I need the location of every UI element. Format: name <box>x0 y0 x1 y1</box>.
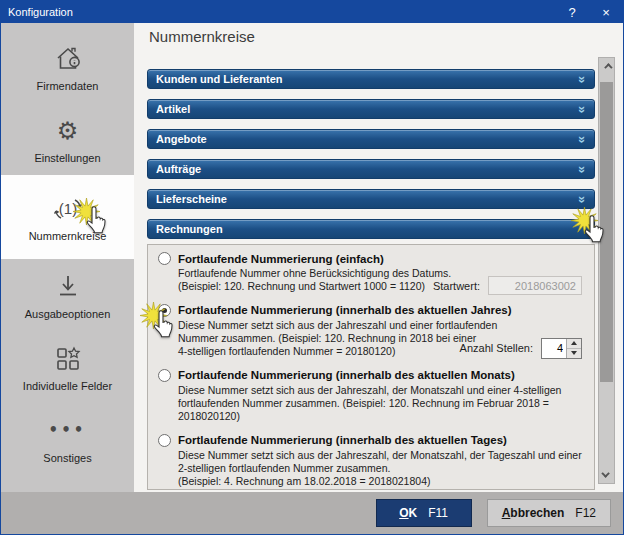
chevron-down-icon <box>601 469 609 477</box>
page-title: Nummernkreise <box>149 28 255 45</box>
scroll-up-button[interactable] <box>599 58 614 74</box>
scroll-down-button[interactable] <box>599 467 614 483</box>
sidebar: Firmendaten ⚙ Einstellungen (1) Nummernk… <box>1 23 134 492</box>
download-icon <box>55 271 81 303</box>
sidebar-item-firmendaten[interactable]: Firmendaten <box>1 31 134 103</box>
scrollbar-thumb[interactable] <box>600 82 613 382</box>
sidebar-item-einstellungen[interactable]: ⚙ Einstellungen <box>1 103 134 175</box>
sidebar-item-label: Einstellungen <box>34 152 100 164</box>
title-bar[interactable]: Konfiguration ? × <box>1 1 623 23</box>
radio-jahr[interactable] <box>158 304 171 317</box>
option-title: Fortlaufende Nummerierung (innerhalb des… <box>178 369 515 381</box>
section-bar-rechnungen[interactable]: Rechnungen <box>147 219 595 239</box>
anzahl-stellen-input[interactable] <box>542 339 566 358</box>
arrow-down-icon <box>571 351 577 355</box>
radio-tag[interactable] <box>158 434 171 447</box>
home-info-icon <box>53 43 83 75</box>
sidebar-item-individuelle-felder[interactable]: Individuelle Felder <box>1 331 134 403</box>
section-label: Artikel <box>156 103 190 115</box>
stepper-up-button[interactable] <box>567 339 581 349</box>
radio-einfach[interactable] <box>158 252 171 265</box>
option-description: Diese Nummer setzt sich aus der Jahresza… <box>178 449 594 489</box>
radio-monat[interactable] <box>158 369 171 382</box>
option-title: Fortlaufende Nummerierung (innerhalb des… <box>178 304 512 316</box>
anzahl-stellen-label: Anzahl Stellen: <box>460 342 533 354</box>
option-title: Fortlaufende Nummerierung (einfach) <box>178 253 384 265</box>
arrow-up-icon <box>571 341 577 345</box>
cancel-button[interactable]: Abbrechen F12 <box>487 499 611 527</box>
help-button[interactable]: ? <box>555 1 589 23</box>
konfiguration-dialog: Konfiguration ? × Firmendaten ⚙ Einstell… <box>0 0 624 535</box>
sidebar-item-label: Firmendaten <box>37 80 99 92</box>
window-title: Konfiguration <box>8 6 73 18</box>
svg-text:(1): (1) <box>58 200 76 217</box>
sidebar-item-nummernkreise[interactable]: (1) Nummernkreise <box>1 175 134 259</box>
custom-fields-icon <box>54 343 82 375</box>
number-cycle-icon: (1) <box>50 193 86 225</box>
sidebar-item-ausgabeoptionen[interactable]: Ausgabeoptionen <box>1 259 134 331</box>
main-content: Nummernkreise Kunden und Lieferanten » A… <box>134 23 623 492</box>
startwert-input[interactable] <box>488 276 582 295</box>
startwert-row: Startwert: <box>433 276 582 295</box>
sidebar-item-label: Individuelle Felder <box>23 380 112 392</box>
ok-button-shortcut: F11 <box>428 506 448 520</box>
option-description: Diese Nummer setzt sich aus der Jahresza… <box>178 384 594 424</box>
startwert-label: Startwert: <box>433 280 480 292</box>
section-label: Kunden und Lieferanten <box>156 73 283 85</box>
chevron-double-down-icon[interactable]: » <box>576 195 589 202</box>
option-title: Fortlaufende Nummerierung (innerhalb des… <box>178 434 507 446</box>
section-label: Angebote <box>156 133 207 145</box>
anzahl-stellen-row: Anzahl Stellen: <box>460 338 582 359</box>
chevron-up-icon <box>604 63 612 71</box>
section-list: Kunden und Lieferanten » Artikel » Angeb… <box>147 69 595 249</box>
sidebar-item-label: Sonstiges <box>43 452 91 464</box>
sidebar-item-sonstiges[interactable]: ••• Sonstiges <box>1 403 134 475</box>
section-bar-artikel[interactable]: Artikel » <box>147 99 595 119</box>
cancel-button-label: Abbrechen <box>502 506 565 520</box>
sidebar-item-label: Nummernkreise <box>29 230 107 242</box>
sidebar-item-label: Ausgabeoptionen <box>25 308 111 320</box>
gear-icon: ⚙ <box>57 115 79 147</box>
ok-button-label: OK <box>399 506 417 520</box>
close-button[interactable]: × <box>589 1 623 23</box>
option-fortlaufend-jahr: Fortlaufende Nummerierung (innerhalb des… <box>158 304 594 359</box>
chevron-double-down-icon[interactable]: » <box>576 75 589 82</box>
section-bar-kunden-und-lieferanten[interactable]: Kunden und Lieferanten » <box>147 69 595 89</box>
section-bar-lieferscheine[interactable]: Lieferscheine » <box>147 189 595 209</box>
cancel-button-shortcut: F12 <box>575 506 596 520</box>
chevron-double-down-icon[interactable]: » <box>576 135 589 142</box>
ellipsis-icon: ••• <box>49 415 87 447</box>
option-fortlaufend-monat: Fortlaufende Nummerierung (innerhalb des… <box>158 369 594 424</box>
close-icon: × <box>602 5 610 20</box>
rechnungen-panel: Fortlaufende Nummerierung (einfach) Fort… <box>147 244 595 490</box>
help-icon: ? <box>568 5 575 20</box>
ok-button[interactable]: OK F11 <box>376 499 472 527</box>
stepper-down-button[interactable] <box>567 349 581 358</box>
dialog-footer: OK F11 Abbrechen F12 <box>1 492 623 534</box>
chevron-double-down-icon[interactable]: » <box>576 165 589 172</box>
anzahl-stellen-stepper <box>541 338 582 359</box>
section-bar-angebote[interactable]: Angebote » <box>147 129 595 149</box>
section-bar-auftraege[interactable]: Aufträge » <box>147 159 595 179</box>
section-label: Aufträge <box>156 163 201 175</box>
chevron-double-down-icon[interactable]: » <box>576 105 589 112</box>
section-label: Lieferscheine <box>156 193 227 205</box>
section-label: Rechnungen <box>156 223 223 235</box>
option-fortlaufend-tag: Fortlaufende Nummerierung (innerhalb des… <box>158 434 594 489</box>
vertical-scrollbar[interactable] <box>598 57 615 484</box>
option-fortlaufend-einfach: Fortlaufende Nummerierung (einfach) Fort… <box>158 252 594 294</box>
